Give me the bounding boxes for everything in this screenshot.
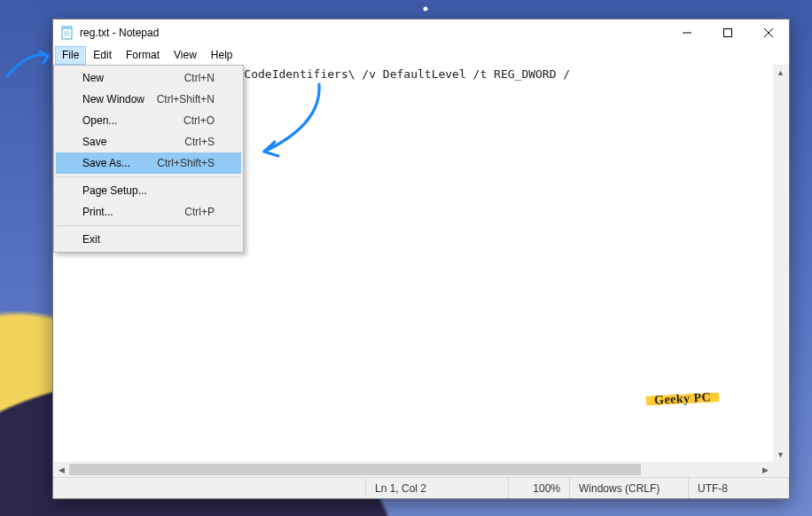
menu-item-label: Save As...	[82, 157, 157, 169]
menu-item-shortcut: Ctrl+S	[184, 136, 215, 148]
menu-item-page-setup[interactable]: Page Setup...	[56, 180, 241, 201]
watermark-text: Geeky PC	[653, 390, 711, 406]
file-menu-dropdown: NewCtrl+NNew WindowCtrl+Shift+NOpen...Ct…	[53, 65, 244, 253]
menu-item-print[interactable]: Print...Ctrl+P	[56, 201, 241, 223]
menu-edit[interactable]: Edit	[86, 46, 119, 65]
notepad-icon	[60, 26, 74, 40]
maximize-button[interactable]	[707, 20, 748, 46]
menubar: File Edit Format View Help	[53, 46, 789, 65]
menu-item-exit[interactable]: Exit	[56, 229, 241, 250]
menu-item-shortcut: Ctrl+N	[184, 72, 215, 84]
menu-item-shortcut: Ctrl+P	[184, 206, 215, 218]
menu-item-label: Print...	[82, 206, 184, 218]
window-controls	[667, 20, 789, 46]
menu-item-label: Page Setup...	[82, 184, 215, 197]
menu-separator	[57, 225, 240, 226]
status-encoding: UTF-8	[688, 478, 789, 498]
menu-item-label: Save	[82, 136, 184, 148]
menu-view[interactable]: View	[167, 46, 204, 65]
menu-item-shortcut: Ctrl+Shift+S	[157, 157, 215, 169]
menu-item-label: New	[82, 72, 184, 84]
minimize-button[interactable]	[667, 20, 707, 46]
vscroll-track[interactable]	[773, 80, 788, 447]
menu-item-open[interactable]: Open...Ctrl+O	[56, 110, 241, 131]
hscroll-track[interactable]	[69, 462, 758, 477]
window-title: reg.txt - Notepad	[80, 27, 667, 39]
status-caret-position: Ln 1, Col 2	[365, 478, 508, 498]
scroll-down-icon[interactable]: ▼	[773, 447, 788, 462]
scroll-corner	[773, 462, 788, 477]
menu-item-new[interactable]: NewCtrl+N	[56, 67, 241, 89]
svg-rect-1	[62, 27, 72, 29]
menu-item-new-window[interactable]: New WindowCtrl+Shift+N	[56, 89, 241, 110]
menu-format[interactable]: Format	[119, 46, 167, 65]
menu-item-label: New Window	[82, 93, 157, 106]
menu-item-save[interactable]: SaveCtrl+S	[56, 131, 241, 152]
scroll-left-icon[interactable]: ◀	[54, 462, 69, 477]
horizontal-scrollbar[interactable]: ◀ ▶	[54, 462, 773, 477]
menu-item-shortcut: Ctrl+Shift+N	[157, 93, 215, 106]
menu-separator	[57, 176, 240, 177]
status-line-ending: Windows (CRLF)	[569, 478, 688, 498]
statusbar: Ln 1, Col 2 100% Windows (CRLF) UTF-8	[53, 477, 789, 498]
menu-item-save-as[interactable]: Save As...Ctrl+Shift+S	[56, 152, 241, 174]
svg-rect-6	[724, 29, 732, 37]
vertical-scrollbar[interactable]: ▲ ▼	[773, 65, 788, 462]
menu-item-label: Open...	[82, 114, 183, 127]
status-zoom[interactable]: 100%	[508, 478, 569, 498]
menu-item-shortcut: Ctrl+O	[183, 114, 215, 127]
titlebar[interactable]: reg.txt - Notepad	[53, 20, 789, 46]
close-button[interactable]	[748, 20, 789, 46]
hscroll-thumb[interactable]	[69, 464, 641, 475]
scroll-right-icon[interactable]: ▶	[758, 462, 773, 477]
scroll-up-icon[interactable]: ▲	[773, 65, 788, 80]
watermark: Geeky PC	[645, 390, 719, 408]
menu-file[interactable]: File	[55, 46, 86, 65]
menu-item-label: Exit	[82, 233, 215, 246]
menu-help[interactable]: Help	[204, 46, 240, 65]
